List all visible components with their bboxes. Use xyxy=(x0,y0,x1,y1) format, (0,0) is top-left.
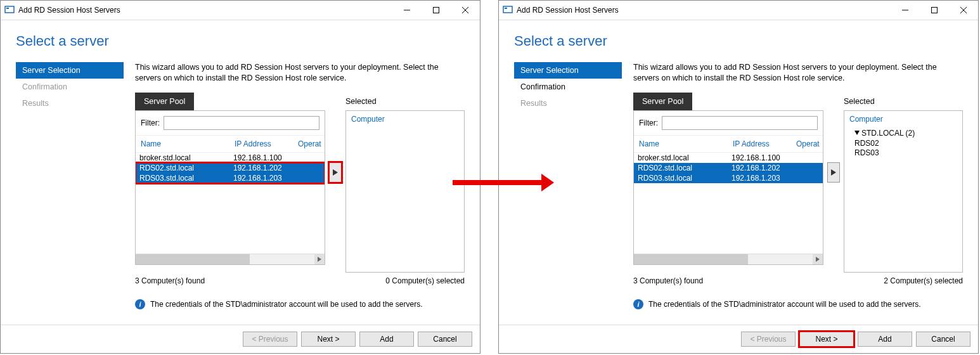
cancel-button[interactable]: Cancel xyxy=(418,332,472,347)
selected-label: Selected xyxy=(844,93,963,110)
close-button[interactable] xyxy=(451,1,480,20)
pool-rows: broker.std.local 192.168.1.100 RDS02.std… xyxy=(634,153,823,254)
title-left: Add RD Session Host Servers xyxy=(499,4,619,16)
next-button[interactable]: Next > xyxy=(301,332,356,347)
scroll-right-icon[interactable] xyxy=(813,254,823,264)
selected-header: Computer xyxy=(351,115,459,124)
table-row[interactable]: broker.std.local 192.168.1.100 xyxy=(634,153,823,163)
server-pool-box: Filter: Name IP Address Operat broker.st xyxy=(135,110,325,265)
svg-rect-0 xyxy=(5,6,14,13)
tree-leaf[interactable]: RDS03 xyxy=(854,148,957,157)
cell-name: RDS02.std.local xyxy=(634,164,732,172)
info-text: The credentials of the STD\administrator… xyxy=(648,300,921,309)
filter-label: Filter: xyxy=(141,119,160,127)
caret-down-icon xyxy=(854,131,860,136)
transition-arrow-icon xyxy=(453,174,554,191)
svg-rect-3 xyxy=(434,8,439,13)
window-after: Add RD Session Host Servers Select a ser… xyxy=(498,0,979,354)
cell-name: broker.std.local xyxy=(634,153,732,162)
triangle-right-icon xyxy=(831,169,836,176)
info-text: The credentials of the STD\administrator… xyxy=(150,300,423,309)
horizontal-scrollbar[interactable] xyxy=(136,254,325,264)
scroll-thumb[interactable] xyxy=(634,254,748,264)
window-title: Add RD Session Host Servers xyxy=(18,6,120,15)
server-pool-tab[interactable]: Server Pool xyxy=(633,93,692,110)
add-button[interactable]: Add xyxy=(359,332,414,347)
page-heading: Select a server xyxy=(16,33,465,49)
minimize-button[interactable] xyxy=(891,1,920,20)
footer: < Previous Next > Add Cancel xyxy=(1,325,480,353)
cell-ip: 192.168.1.202 xyxy=(233,164,297,172)
selected-label: Selected xyxy=(345,93,465,110)
cell-name: RDS03.std.local xyxy=(136,174,233,183)
svg-marker-15 xyxy=(831,169,836,176)
cell-name: broker.std.local xyxy=(136,153,233,162)
col-name[interactable]: Name xyxy=(137,139,235,148)
horizontal-scrollbar[interactable] xyxy=(634,254,823,264)
move-right-button[interactable] xyxy=(827,162,840,183)
info-icon: i xyxy=(135,299,145,309)
table-row[interactable]: RDS03.std.local 192.168.1.203 xyxy=(634,173,823,183)
svg-marker-14 xyxy=(816,257,820,262)
selected-box: Computer xyxy=(345,110,465,273)
app-icon xyxy=(503,4,513,16)
svg-rect-9 xyxy=(505,8,507,9)
svg-marker-7 xyxy=(333,169,338,176)
selected-count: 0 Computer(s) selected xyxy=(385,276,465,285)
info-icon: i xyxy=(633,299,643,309)
tree-leaf[interactable]: RDS02 xyxy=(854,139,957,148)
wizard-description: This wizard allows you to add RD Session… xyxy=(633,62,963,84)
col-operating[interactable]: Operat xyxy=(796,139,822,148)
cell-ip: 192.168.1.203 xyxy=(732,174,795,183)
table-row[interactable]: RDS02.std.local 192.168.1.202 xyxy=(136,163,325,173)
table-row[interactable]: RDS02.std.local 192.168.1.202 xyxy=(634,163,823,173)
next-button[interactable]: Next > xyxy=(799,332,854,347)
scroll-thumb[interactable] xyxy=(136,254,250,264)
cell-ip: 192.168.1.100 xyxy=(732,153,795,162)
found-count: 3 Computer(s) found xyxy=(135,276,205,285)
svg-marker-16 xyxy=(854,131,860,135)
tree-group[interactable]: STD.LOCAL (2) xyxy=(854,129,957,138)
previous-button: < Previous xyxy=(741,332,796,347)
col-ip[interactable]: IP Address xyxy=(733,139,796,148)
wizard-nav: Server Selection Confirmation Results xyxy=(16,62,124,309)
table-row[interactable]: broker.std.local 192.168.1.100 xyxy=(136,153,325,163)
svg-marker-6 xyxy=(318,257,321,262)
filter-label: Filter: xyxy=(639,119,658,127)
server-pool-box: Filter: Name IP Address Operat broker.st xyxy=(633,110,823,265)
scroll-right-icon[interactable] xyxy=(314,254,325,264)
footer: < Previous Next > Add Cancel xyxy=(499,325,978,353)
window-title: Add RD Session Host Servers xyxy=(517,6,619,15)
minimize-button[interactable] xyxy=(392,1,422,20)
cell-name: RDS03.std.local xyxy=(634,174,732,183)
window-before: Add RD Session Host Servers Select a ser… xyxy=(0,0,480,354)
col-operating[interactable]: Operat xyxy=(298,139,323,148)
svg-rect-1 xyxy=(6,8,9,9)
found-count: 3 Computer(s) found xyxy=(633,276,703,285)
col-name[interactable]: Name xyxy=(635,139,733,148)
app-icon xyxy=(4,4,15,16)
tree-group-label: STD.LOCAL (2) xyxy=(861,129,915,138)
server-pool-tab[interactable]: Server Pool xyxy=(135,93,194,110)
svg-rect-8 xyxy=(503,6,512,13)
col-ip[interactable]: IP Address xyxy=(235,139,298,148)
pool-rows: broker.std.local 192.168.1.100 RDS02.std… xyxy=(136,153,325,254)
table-row[interactable]: RDS03.std.local 192.168.1.203 xyxy=(136,173,325,183)
maximize-button[interactable] xyxy=(920,1,949,20)
filter-input[interactable] xyxy=(662,116,818,130)
cell-ip: 192.168.1.202 xyxy=(732,164,795,172)
nav-server-selection[interactable]: Server Selection xyxy=(16,62,124,79)
move-right-button[interactable] xyxy=(329,162,342,183)
pool-header: Name IP Address Operat xyxy=(136,136,325,153)
cell-name: RDS02.std.local xyxy=(136,164,233,172)
cancel-button[interactable]: Cancel xyxy=(916,332,970,347)
filter-input[interactable] xyxy=(164,116,319,130)
nav-results: Results xyxy=(16,95,124,112)
titlebar: Add RD Session Host Servers xyxy=(1,1,480,20)
close-button[interactable] xyxy=(949,1,978,20)
add-button[interactable]: Add xyxy=(858,332,912,347)
nav-confirmation[interactable]: Confirmation xyxy=(514,79,622,95)
maximize-button[interactable] xyxy=(422,1,451,20)
cell-ip: 192.168.1.100 xyxy=(233,153,297,162)
nav-server-selection[interactable]: Server Selection xyxy=(514,62,622,79)
